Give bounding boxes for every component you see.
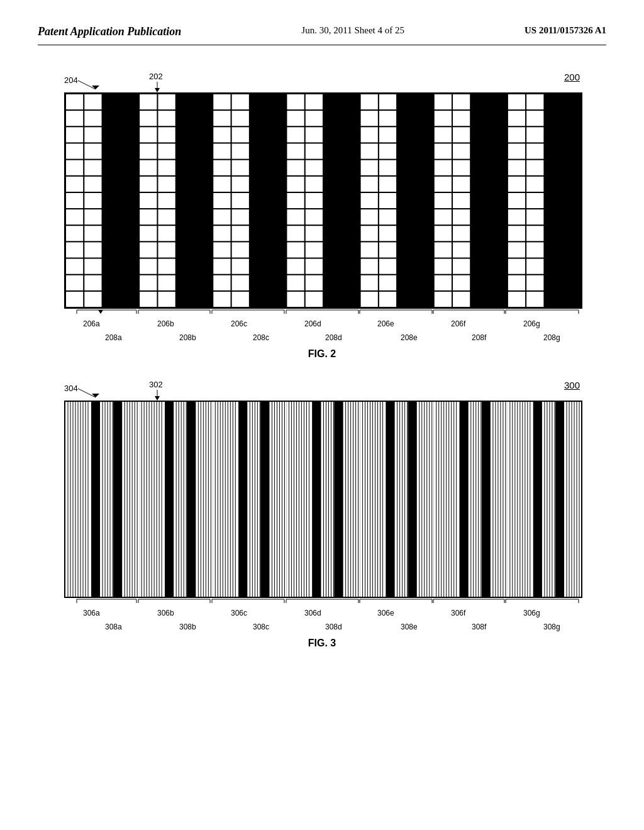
svg-line-40 [78, 389, 96, 397]
svg-text:208f: 208f [472, 333, 487, 342]
svg-marker-3 [155, 88, 160, 92]
svg-text:206g: 206g [523, 319, 540, 328]
svg-text:306d: 306d [304, 609, 321, 617]
svg-text:206e: 206e [377, 319, 394, 328]
page-header: Patent Application Publication Jun. 30, … [38, 25, 606, 45]
svg-text:308f: 308f [472, 622, 487, 631]
header-center-text: Jun. 30, 2011 Sheet 4 of 25 [301, 25, 404, 36]
svg-text:206f: 206f [451, 319, 466, 328]
svg-text:308b: 308b [179, 622, 196, 631]
svg-text:306f: 306f [451, 609, 466, 617]
svg-text:206d: 206d [304, 319, 321, 328]
fig3-diagram: 304 302 300 306a 306b [64, 379, 580, 649]
svg-text:206c: 206c [231, 319, 247, 328]
fig2-pixel-grid [64, 92, 582, 309]
fig3-arrow-302 [140, 379, 190, 401]
fig2-section: 204 202 200 [38, 70, 606, 360]
svg-text:306b: 306b [157, 609, 174, 617]
svg-text:306a: 306a [83, 609, 100, 617]
fig2-labels: 206a 206b 206c 206d [64, 309, 580, 343]
fig3-caption: FIG. 3 [64, 638, 580, 649]
fig2-arrow-202 [140, 70, 190, 92]
fig2-caption: FIG. 2 [64, 348, 580, 360]
svg-text:206a: 206a [83, 319, 100, 328]
svg-text:208b: 208b [179, 333, 196, 342]
svg-text:308c: 308c [253, 622, 269, 631]
page: Patent Application Publication Jun. 30, … [0, 0, 644, 830]
svg-text:306g: 306g [523, 609, 540, 617]
fig3-section: 304 302 300 306a 306b [38, 379, 606, 649]
svg-text:208e: 208e [401, 333, 418, 342]
fig3-barcode [64, 401, 582, 598]
header-right-text: US 2011/0157326 A1 [525, 25, 606, 36]
svg-text:208g: 208g [543, 333, 560, 342]
fig3-ref-300: 300 [564, 380, 580, 390]
svg-marker-43 [155, 396, 160, 401]
svg-marker-41 [92, 394, 99, 397]
header-left-text: Patent Application Publication [38, 25, 181, 38]
svg-text:308e: 308e [401, 622, 418, 631]
svg-line-0 [78, 80, 96, 89]
svg-text:208d: 208d [325, 333, 342, 342]
svg-text:206b: 206b [157, 319, 174, 328]
fig2-ref-200: 200 [564, 72, 580, 82]
svg-text:308d: 308d [325, 622, 342, 631]
fig2-diagram: 204 202 200 [64, 70, 580, 360]
svg-text:308g: 308g [543, 622, 560, 631]
svg-text:306e: 306e [377, 609, 394, 617]
svg-text:208a: 208a [105, 333, 122, 342]
svg-text:306c: 306c [231, 609, 247, 617]
svg-text:308a: 308a [105, 622, 122, 631]
svg-marker-8 [98, 310, 103, 314]
svg-text:208c: 208c [253, 333, 269, 342]
fig3-labels: 306a 306b 306c 306d 306e [64, 598, 580, 633]
svg-marker-1 [92, 86, 99, 89]
